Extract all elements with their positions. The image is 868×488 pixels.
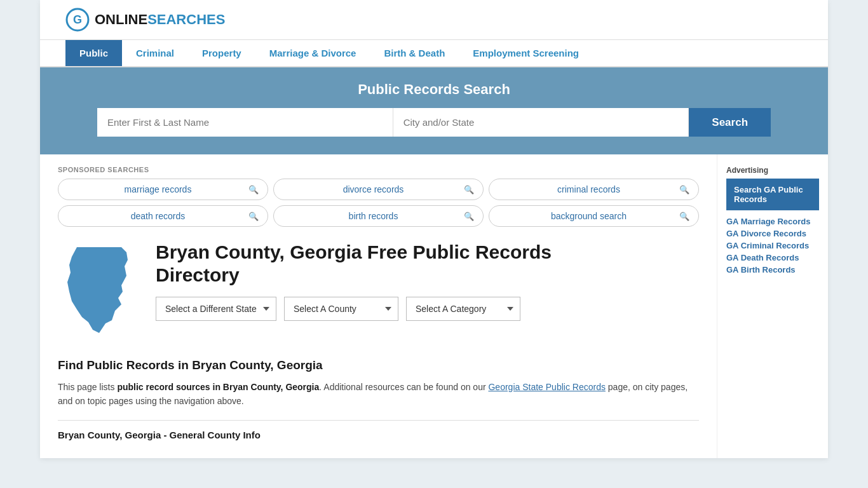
sponsored-pill-background-text: background search — [498, 211, 679, 221]
sponsored-label: SPONSORED SEARCHES — [58, 166, 699, 173]
header: G ONLINESEARCHES — [40, 0, 828, 40]
sponsored-pill-birth[interactable]: birth records 🔍 — [273, 205, 484, 227]
sponsored-pill-death[interactable]: death records 🔍 — [58, 205, 268, 227]
search-form: Search — [97, 108, 771, 137]
nav-item-property[interactable]: Property — [188, 40, 255, 66]
sponsored-pill-marriage-text: marriage records — [67, 184, 248, 194]
banner-title: Public Records Search — [65, 81, 803, 98]
nav-item-marriage-divorce[interactable]: Marriage & Divorce — [255, 40, 370, 66]
find-title: Find Public Records in Bryan County, Geo… — [58, 358, 699, 372]
nav-item-public[interactable]: Public — [65, 40, 122, 66]
search-icon-1: 🔍 — [464, 185, 474, 194]
search-icon-3: 🔍 — [248, 212, 259, 221]
sponsored-pill-divorce-text: divorce records — [283, 184, 464, 194]
content: SPONSORED SEARCHES marriage records 🔍 di… — [40, 154, 717, 458]
state-map — [58, 241, 140, 344]
logo-icon: G — [65, 8, 90, 32]
sponsored-pill-divorce[interactable]: divorce records 🔍 — [273, 179, 484, 200]
search-banner: Public Records Search Search — [40, 67, 828, 154]
county-info-heading: Bryan County, Georgia - General County I… — [58, 420, 699, 440]
nav-item-employment[interactable]: Employment Screening — [459, 40, 593, 66]
sponsored-pill-criminal[interactable]: criminal records 🔍 — [489, 179, 699, 200]
state-dropdown[interactable]: Select a Different State — [156, 297, 276, 321]
sponsored-pill-death-text: death records — [67, 211, 248, 221]
sponsored-pill-marriage[interactable]: marriage records 🔍 — [58, 179, 268, 200]
svg-text:G: G — [73, 13, 82, 26]
dropdowns-row: Select a Different State Select A County… — [156, 297, 699, 321]
county-dropdown[interactable]: Select A County — [284, 297, 398, 321]
page-title: Bryan County, Georgia Free Public Record… — [156, 241, 699, 287]
georgia-state-link[interactable]: Georgia State Public Records — [488, 382, 605, 392]
sidebar-link-birth[interactable]: GA Birth Records — [726, 265, 819, 274]
sidebar-link-marriage[interactable]: GA Marriage Records — [726, 217, 819, 226]
sponsored-pill-background[interactable]: background search 🔍 — [489, 205, 699, 227]
sidebar-link-divorce[interactable]: GA Divorce Records — [726, 229, 819, 238]
nav-item-criminal[interactable]: Criminal — [122, 40, 188, 66]
sidebar-ad-label: Advertising — [726, 166, 819, 175]
search-button[interactable]: Search — [689, 108, 771, 137]
category-dropdown[interactable]: Select A Category — [406, 297, 520, 321]
sidebar-links: GA Marriage Records GA Divorce Records G… — [726, 217, 819, 274]
logo: G ONLINESEARCHES — [65, 8, 225, 32]
sponsored-grid: marriage records 🔍 divorce records 🔍 cri… — [58, 179, 699, 227]
main-nav: Public Criminal Property Marriage & Divo… — [40, 40, 828, 67]
logo-text: ONLINESEARCHES — [95, 11, 225, 28]
sponsored-pill-birth-text: birth records — [283, 211, 464, 221]
state-title-block: Bryan County, Georgia Free Public Record… — [156, 241, 699, 321]
sidebar: Advertising Search GA Public Records GA … — [717, 154, 828, 458]
city-input[interactable] — [393, 108, 689, 137]
search-icon-0: 🔍 — [248, 185, 259, 194]
search-icon-5: 🔍 — [679, 212, 689, 221]
find-section: Find Public Records in Bryan County, Geo… — [58, 358, 699, 409]
nav-item-birth-death[interactable]: Birth & Death — [370, 40, 459, 66]
find-text: This page lists public record sources in… — [58, 380, 699, 409]
state-section: Bryan County, Georgia Free Public Record… — [58, 241, 699, 344]
sponsored-pill-criminal-text: criminal records — [498, 184, 679, 194]
search-icon-2: 🔍 — [679, 185, 689, 194]
sidebar-link-death[interactable]: GA Death Records — [726, 253, 819, 262]
sidebar-link-criminal[interactable]: GA Criminal Records — [726, 241, 819, 250]
sidebar-ad-box[interactable]: Search GA Public Records — [726, 179, 819, 210]
main-content-area: SPONSORED SEARCHES marriage records 🔍 di… — [40, 154, 828, 458]
name-input[interactable] — [97, 108, 393, 137]
search-icon-4: 🔍 — [464, 212, 474, 221]
